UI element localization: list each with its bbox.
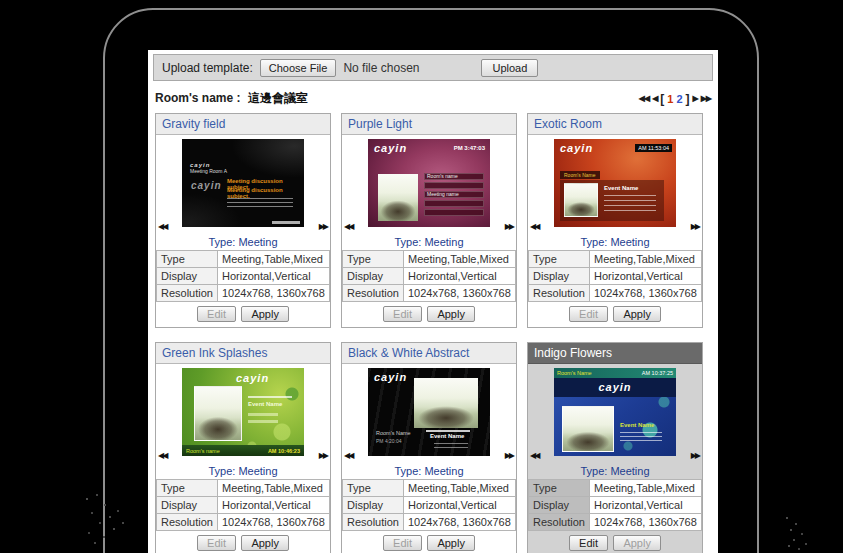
room-name-text: Room's Name [376,430,411,436]
template-title: Exotic Room [528,114,702,135]
prev-template-arrow-icon[interactable]: ◀◀ [530,451,538,460]
room-name-text: Room's Name [557,370,592,376]
edit-button[interactable]: Edit [569,535,608,551]
cayin-logo: cayin [598,381,631,393]
event-name-text: Event Name [430,433,464,439]
spec-resolution-label: Resolution [157,285,218,302]
template-title: Purple Light [342,114,516,135]
edit-button[interactable]: Edit [383,306,422,322]
edit-button[interactable]: Edit [569,306,608,322]
screen-content: Upload template: Choose File No file cho… [148,50,718,553]
next-page-icon[interactable]: ▶ [693,94,698,103]
edit-button[interactable]: Edit [383,535,422,551]
spec-table: Type Meeting,Table,Mixed Display Horizon… [342,250,516,302]
spec-display-label: Display [529,268,590,285]
template-title: Black & White Abstract [342,343,516,364]
next-template-arrow-icon[interactable]: ▶▶ [319,222,327,231]
cayin-logo: cayin [236,372,269,384]
bezel-speckles-right [783,515,785,517]
apply-button[interactable]: Apply [427,306,475,322]
next-template-arrow-icon[interactable]: ▶▶ [691,222,699,231]
text-placeholder [620,432,662,444]
choose-file-button[interactable]: Choose File [260,59,337,77]
page-2-link[interactable]: 2 [676,93,682,105]
next-template-arrow-icon[interactable]: ▶▶ [505,451,513,460]
template-preview: cayin Event Name Room's name AM 10:46:23 [182,368,304,456]
event-panel: Event Name [560,180,664,221]
template-card-gravity-field[interactable]: Gravity field ◀◀ cayin Meeting Room A ca… [155,113,331,328]
room-photo-thumbnail [562,406,614,452]
apply-button[interactable]: Apply [613,535,661,551]
apply-button[interactable]: Apply [427,535,475,551]
template-title: Green Ink Splashes [156,343,330,364]
clock-text: PM 4:20:04 [376,438,402,444]
next-template-arrow-icon[interactable]: ▶▶ [505,222,513,231]
prev-template-arrow-icon[interactable]: ◀◀ [530,222,538,231]
first-page-icon[interactable]: ◀◀ [639,94,649,103]
room-name-text: Room's Name [560,171,600,179]
apply-button[interactable]: Apply [241,535,289,551]
prev-template-arrow-icon[interactable]: ◀◀ [344,451,352,460]
date-placeholder [426,430,470,432]
apply-button[interactable]: Apply [241,306,289,322]
spec-type-value: Meeting,Table,Mixed [403,251,515,268]
card-actions: Edit Apply [156,302,330,327]
spec-table: Type Meeting,Table,Mixed Display Horizon… [156,479,330,531]
room-photo-thumbnail [378,174,418,221]
text-placeholder [604,195,656,211]
spec-resolution-value: 1024x768, 1360x768 [589,285,701,302]
preview-row: ◀◀ cayin Event Name Room's Name PM 4:20:… [342,368,516,465]
upload-template-label: Upload template: [162,61,253,75]
clock-text: AM 11:53:04 [635,144,672,152]
spec-resolution-value: 1024x768, 1360x768 [217,514,329,531]
template-card-green-ink-splashes[interactable]: Green Ink Splashes ◀◀ cayin Event Name R… [155,342,331,553]
stage: Upload template: Choose File No file cho… [0,0,843,553]
text-placeholder [227,198,293,207]
next-template-arrow-icon[interactable]: ▶▶ [691,451,699,460]
spec-table: Type Meeting,Table,Mixed Display Horizon… [342,479,516,531]
preview-row: ◀◀ cayin Event Name Room's name AM 10:46… [156,368,330,465]
prev-page-icon[interactable]: ◀ [652,94,657,103]
event-name-text: Event Name [248,401,282,407]
edit-button[interactable]: Edit [197,535,236,551]
preview-row: ◀◀ cayin Meeting Room A cayin Meeting di… [156,139,330,236]
template-card-black-white-abstract[interactable]: Black & White Abstract ◀◀ cayin Event Na… [341,342,517,553]
edit-button[interactable]: Edit [197,306,236,322]
template-card-exotic-room[interactable]: Exotic Room ◀◀ cayin AM 11:53:04 Room's … [527,113,703,328]
spec-resolution-label: Resolution [343,285,404,302]
room-photo-thumbnail [564,183,598,217]
template-preview: cayin Meeting Room A cayin Meeting discu… [182,139,304,227]
card-actions: Edit Apply [342,302,516,327]
event-name-text: Event Name [620,422,654,428]
spec-display-value: Horizontal,Vertical [403,268,515,285]
spec-type-value: Meeting,Table,Mixed [217,251,329,268]
template-preview: cayin AM 11:53:04 Room's Name Event Name [554,139,676,227]
card-actions: Edit Apply [156,531,330,553]
spec-resolution-label: Resolution [529,285,590,302]
prev-template-arrow-icon[interactable]: ◀◀ [344,222,352,231]
apply-button[interactable]: Apply [613,306,661,322]
template-card-purple-light[interactable]: Purple Light ◀◀ cayin PM 3:47:03 Room's … [341,113,517,328]
prev-template-arrow-icon[interactable]: ◀◀ [158,222,166,231]
template-card-indigo-flowers[interactable]: Indigo Flowers ◀◀ Room's Name AM 10:37:2… [527,342,703,553]
clock-placeholder [272,221,300,224]
spec-display-label: Display [529,497,590,514]
info-bars: Room's name Meeting name [424,173,484,218]
last-page-icon[interactable]: ▶▶ [701,94,711,103]
next-template-arrow-icon[interactable]: ▶▶ [319,451,327,460]
spec-type-label: Type [157,251,218,268]
spec-resolution-label: Resolution [343,514,404,531]
spec-resolution-value: 1024x768, 1360x768 [217,285,329,302]
spec-table: Type Meeting,Table,Mixed Display Horizon… [528,479,702,531]
no-file-chosen-text: No file chosen [343,61,419,75]
template-type-text: Type: Meeting [156,465,330,479]
prev-template-arrow-icon[interactable]: ◀◀ [158,451,166,460]
preview-row: ◀◀ cayin AM 11:53:04 Room's Name Event N… [528,139,702,236]
page-1-current[interactable]: 1 [667,93,673,105]
spec-resolution-value: 1024x768, 1360x768 [403,514,515,531]
upload-button[interactable]: Upload [481,59,538,77]
spec-type-value: Meeting,Table,Mixed [403,480,515,497]
spec-resolution-value: 1024x768, 1360x768 [403,285,515,302]
info-bar [424,200,484,207]
preview-row: ◀◀ cayin PM 3:47:03 Room's name Meeting … [342,139,516,236]
